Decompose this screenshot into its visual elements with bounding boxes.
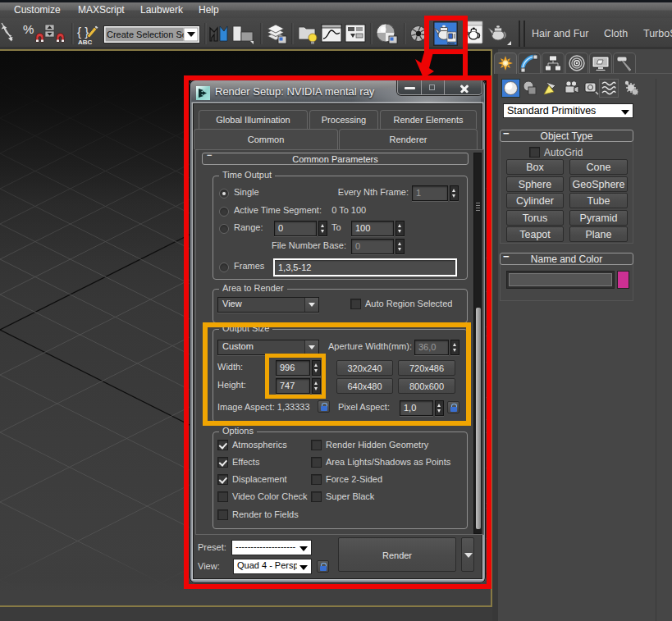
svg-text:ABC: ABC [78, 39, 93, 46]
svg-text:Hair and Fur: Hair and Fur [532, 28, 588, 39]
svg-text:Cloth: Cloth [604, 28, 628, 39]
svg-text:TurboS: TurboS [643, 28, 672, 39]
svg-text:%: % [23, 22, 34, 36]
svg-text:Create Selection Se: Create Selection Se [107, 30, 187, 39]
